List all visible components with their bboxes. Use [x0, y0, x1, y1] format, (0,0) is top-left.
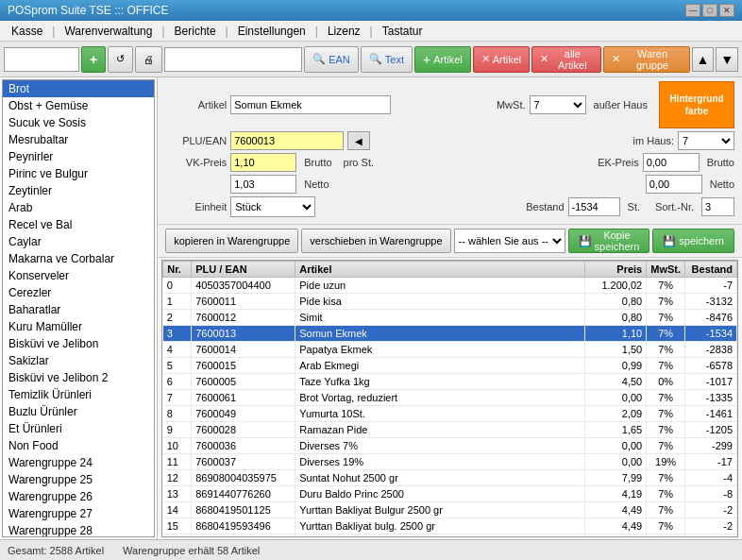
table-row[interactable]: 16 8680419035968 Suntat Kuru fasulye2500…	[163, 535, 737, 538]
list-item[interactable]: Warengruppe 28	[3, 522, 154, 537]
table-row[interactable]: 14 8680419501125 Yurttan Bakliyat Bulgur…	[163, 502, 737, 518]
maximize-button[interactable]: □	[702, 4, 717, 17]
cell-bestand: -1534	[685, 326, 737, 342]
list-item[interactable]: Makarna ve Corbalar	[3, 250, 154, 267]
artikel-add-button[interactable]: + Artikel	[414, 46, 471, 73]
list-item[interactable]: Konserveler	[3, 267, 154, 284]
list-item[interactable]: Zeytinler	[3, 182, 154, 199]
kopieren-button[interactable]: kopieren in Warengruppe	[165, 229, 298, 253]
speichern-button[interactable]: 💾 speichern	[652, 229, 734, 253]
sort-nr-input[interactable]	[701, 197, 734, 216]
list-item[interactable]: Non Food	[3, 437, 154, 454]
list-item[interactable]: Arab	[3, 199, 154, 216]
ean-button[interactable]: 🔍 EAN	[304, 46, 359, 73]
mwst-select[interactable]: 7 19 0	[530, 95, 586, 114]
list-item[interactable]: Mesrubaltar	[3, 131, 154, 148]
toolbar-search-input[interactable]	[4, 47, 79, 72]
list-item[interactable]: Bisküvi ve Jelibon	[3, 335, 154, 352]
kopie-speichern-button[interactable]: 💾 Kopie speichern	[568, 229, 650, 253]
list-item[interactable]: Sucuk ve Sosis	[3, 114, 154, 131]
list-item[interactable]: Warengruppe 27	[3, 505, 154, 522]
statusbar: Gesamt: 2588 Artikel Warengruppe erhält …	[0, 539, 742, 560]
table-row[interactable]: 5 7600015 Arab Ekmegi 0,99 7% -6578	[163, 358, 737, 374]
print-button[interactable]: 🖨	[135, 46, 162, 73]
titlebar: POSprom Suite TSE ::: OFFICE — □ ✕	[0, 0, 742, 21]
cell-plu: 8691440776260	[192, 486, 295, 502]
close-button[interactable]: ✕	[719, 4, 734, 17]
artikel-input[interactable]	[230, 95, 391, 114]
hintergrund-button[interactable]: Hintergrund farbe	[659, 81, 734, 128]
table-row[interactable]: 2 7600012 Simit 0,80 7% -8476	[163, 310, 737, 326]
ek-netto-input[interactable]	[646, 175, 702, 194]
table-row[interactable]: 3 7600013 Somun Ekmek 1,10 7% -1534	[163, 326, 737, 342]
menu-berichte[interactable]: Berichte	[167, 23, 224, 40]
einheit-select[interactable]: Stück	[230, 196, 315, 217]
list-item[interactable]: Obst + Gemüse	[3, 97, 154, 114]
table-row[interactable]: 9 7600028 Ramazan Pide 1,65 7% -1205	[163, 422, 737, 438]
list-item[interactable]: Brot	[3, 80, 154, 97]
list-item[interactable]: Warengruppe 25	[3, 471, 154, 488]
group-status: Warengruppe erhält 58 Artikel	[123, 545, 260, 556]
list-item[interactable]: Temizlik Ürünleri	[3, 386, 154, 403]
im-haus-select[interactable]: 7	[678, 131, 734, 150]
menu-tastatur[interactable]: Tastatur	[375, 23, 430, 40]
artikel-table-container[interactable]: Nr. PLU / EAN Artikel Preis MwSt. Bestan…	[161, 260, 738, 537]
table-row[interactable]: 15 8680419593496 Yurttan Bakliyat bulg. …	[163, 518, 737, 535]
list-item[interactable]: Kuru Mamüller	[3, 318, 154, 335]
search-text-input[interactable]	[164, 47, 302, 72]
text-button[interactable]: 🔍 Text	[361, 46, 413, 73]
ek-preis-input[interactable]	[643, 153, 700, 172]
list-item[interactable]: Sakizlar	[3, 352, 154, 369]
table-row[interactable]: 4 7600014 Papatya Ekmek 1,50 7% -2838	[163, 342, 737, 358]
table-row[interactable]: 13 8691440776260 Duru Baldo Princ 2500 4…	[163, 486, 737, 502]
cell-bestand: -2	[685, 502, 737, 518]
netto-label: Netto	[304, 178, 329, 190]
plu-arrow-button[interactable]: ◀	[347, 131, 370, 150]
list-item[interactable]: Et Ürünleri	[3, 420, 154, 437]
cell-preis: 0,00	[585, 438, 647, 454]
list-item[interactable]: Caylar	[3, 233, 154, 250]
ek-netto-label: Netto	[710, 178, 734, 190]
table-row[interactable]: 6 7600005 Taze Yufka 1kg 4,50 0% -1017	[163, 374, 737, 390]
cell-bestand: -3132	[685, 294, 737, 310]
table-row[interactable]: 0 4050357004400 Pide uzun 1.200,02 7% -7	[163, 278, 737, 294]
list-item[interactable]: Cerezler	[3, 284, 154, 301]
minimize-button[interactable]: —	[685, 4, 700, 17]
plu-ean-input[interactable]	[230, 131, 344, 150]
list-item[interactable]: Recel ve Bal	[3, 216, 154, 233]
cell-nr: 4	[163, 342, 192, 358]
list-item[interactable]: Warengruppe 24	[3, 454, 154, 471]
refresh-button[interactable]: ↺	[108, 46, 133, 73]
menu-kasse[interactable]: Kasse	[4, 23, 50, 40]
list-item[interactable]: Pirinc ve Bulgur	[3, 165, 154, 182]
menu-einstellungen[interactable]: Einstellungen	[230, 23, 313, 40]
table-row[interactable]: 8 7600049 Yumurta 10St. 2,09 7% -1461	[163, 406, 737, 422]
menu-warenverwaltung[interactable]: Warenverwaltung	[57, 23, 160, 40]
table-row[interactable]: 12 86908004035975 Suntat Nohut 2500 gr 7…	[163, 470, 737, 486]
list-item[interactable]: Baharatlar	[3, 301, 154, 318]
table-row[interactable]: 7 7600061 Brot Vortag, reduziert 0,00 7%…	[163, 390, 737, 406]
cell-mwst: 7%	[647, 438, 685, 454]
nav-down-button[interactable]: ▼	[716, 47, 738, 72]
table-row[interactable]: 1 7600011 Pide kisa 0,80 7% -3132	[163, 294, 737, 310]
cell-mwst: 7%	[647, 406, 685, 422]
artikel-del-button[interactable]: ✕ Artikel	[473, 46, 531, 73]
netto-input[interactable]	[230, 175, 296, 194]
wahlen-select[interactable]: -- wählen Sie aus --	[454, 229, 565, 253]
table-row[interactable]: 11 7600037 Diverses 19% 0,00 19% -17	[163, 454, 737, 470]
list-item[interactable]: Buzlu Ürünler	[3, 403, 154, 420]
list-item[interactable]: Peynirler	[3, 148, 154, 165]
add-button[interactable]: +	[81, 46, 106, 73]
bestand-input[interactable]	[568, 197, 620, 216]
list-item[interactable]: Warengruppe 26	[3, 488, 154, 505]
waren-gruppe-button[interactable]: ✕ Waren gruppe	[603, 46, 689, 73]
list-item[interactable]: Bisküvi ve Jelibon 2	[3, 369, 154, 386]
nav-up-button[interactable]: ▲	[692, 47, 715, 72]
category-list[interactable]: BrotObst + GemüseSucuk ve SosisMesrubalt…	[2, 79, 155, 537]
verschieben-button[interactable]: verschieben in Warengruppe	[301, 229, 450, 253]
vk-preis-input[interactable]	[230, 153, 296, 172]
menu-lizenz[interactable]: Lizenz	[320, 23, 368, 40]
alle-artikel-button[interactable]: ✕ alle Artikel	[531, 46, 601, 73]
mwst-label: MwSt.	[488, 99, 526, 110]
table-row[interactable]: 10 7600036 Diverses 7% 0,00 7% -299	[163, 438, 737, 454]
